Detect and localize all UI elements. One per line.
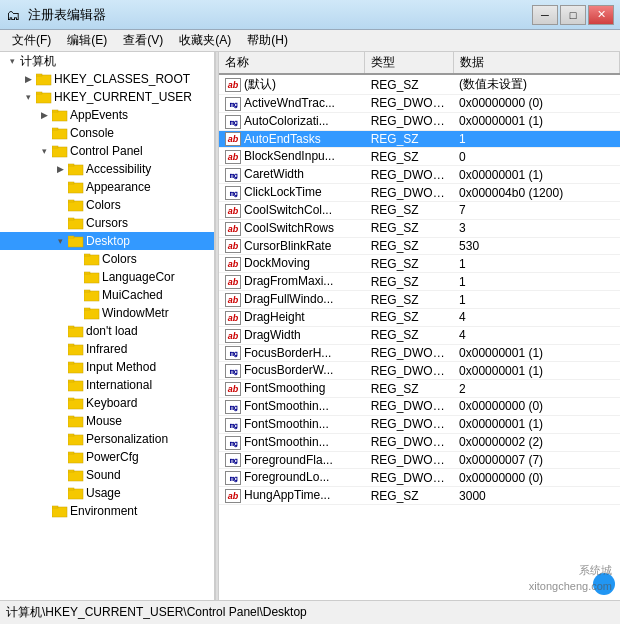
tree-node-content-keyboard[interactable]: Keyboard <box>0 394 214 412</box>
table-row[interactable]: ab(默认)REG_SZ(数值未设置) <box>219 74 620 95</box>
cell-name: abDragHeight <box>219 308 365 326</box>
cell-data: 0x00000001 (1) <box>453 415 619 433</box>
tree-node-content-appearance[interactable]: Appearance <box>0 178 214 196</box>
tree-expander-desktop[interactable]: ▾ <box>52 233 68 249</box>
tree-expander-hkey_current_user[interactable]: ▾ <box>20 89 36 105</box>
tree-expander-international <box>52 377 68 393</box>
tree-expander-computer[interactable]: ▾ <box>4 53 20 69</box>
type-icon: ab <box>225 239 241 253</box>
cell-data: 0x00000001 (1) <box>453 362 619 380</box>
svg-rect-35 <box>68 380 74 382</box>
cell-name-text: FontSmoothing <box>244 381 325 395</box>
table-row[interactable]: abDragHeightREG_SZ4 <box>219 308 620 326</box>
tree-node-content-windowmetr[interactable]: WindowMetr <box>0 304 214 322</box>
minimize-button[interactable]: ─ <box>532 5 558 25</box>
tree-scroll-area[interactable]: ▾计算机▶HKEY_CLASSES_ROOT▾HKEY_CURRENT_USER… <box>0 52 214 600</box>
tree-expander-inputmethod <box>52 359 68 375</box>
tree-node-content-inputmethod[interactable]: Input Method <box>0 358 214 376</box>
table-row[interactable]: abDragWidthREG_SZ4 <box>219 326 620 344</box>
tree-node-content-cursors[interactable]: Cursors <box>0 214 214 232</box>
table-row[interactable]: ㎎FontSmoothin...REG_DWORD0x00000002 (2) <box>219 433 620 451</box>
table-row[interactable]: abAutoEndTasksREG_SZ1 <box>219 130 620 148</box>
table-row[interactable]: ㎎CaretWidthREG_DWORD0x00000001 (1) <box>219 166 620 184</box>
table-row[interactable]: ㎎ForegroundFla...REG_DWORD0x00000007 (7) <box>219 451 620 469</box>
tree-expander-mouse <box>52 413 68 429</box>
table-row[interactable]: abCoolSwitchCol...REG_SZ7 <box>219 201 620 219</box>
folder-icon-hkey_classes_root <box>36 72 52 86</box>
svg-rect-25 <box>84 290 90 292</box>
tree-label-inputmethod: Input Method <box>86 360 156 374</box>
svg-rect-9 <box>52 146 58 148</box>
table-row[interactable]: ㎎ForegroundLo...REG_DWORD0x00000000 (0) <box>219 469 620 487</box>
table-row[interactable]: abBlockSendInpu...REG_SZ0 <box>219 148 620 166</box>
tree-expander-infrared <box>52 341 68 357</box>
tree-node-content-computer[interactable]: ▾计算机 <box>0 52 214 70</box>
tree-expander-appevents[interactable]: ▶ <box>36 107 52 123</box>
tree-node-content-environment[interactable]: Environment <box>0 502 214 520</box>
tree-expander-controlpanel[interactable]: ▾ <box>36 143 52 159</box>
col-header-type[interactable]: 类型 <box>365 52 453 74</box>
table-row[interactable]: ㎎FocusBorderH...REG_DWORD0x00000001 (1) <box>219 344 620 362</box>
table-row[interactable]: abFontSmoothingREG_SZ2 <box>219 380 620 398</box>
table-row[interactable]: ㎎ClickLockTimeREG_DWORD0x000004b0 (1200) <box>219 184 620 202</box>
table-row[interactable]: ㎎AutoColorizati...REG_DWORD0x00000001 (1… <box>219 112 620 130</box>
tree-node-content-colors[interactable]: Colors <box>0 196 214 214</box>
tree-node-content-desktop[interactable]: ▾Desktop <box>0 232 214 250</box>
col-header-name[interactable]: 名称 <box>219 52 365 74</box>
table-row[interactable]: abCoolSwitchRowsREG_SZ3 <box>219 219 620 237</box>
table-row[interactable]: ㎎FontSmoothin...REG_DWORD0x00000001 (1) <box>219 415 620 433</box>
type-icon: ㎎ <box>225 186 241 200</box>
cell-name-text: CursorBlinkRate <box>244 239 331 253</box>
tree-node-content-languagecor[interactable]: LanguageCor <box>0 268 214 286</box>
cell-name-text: ForegroundFla... <box>244 453 333 467</box>
svg-rect-44 <box>68 471 83 481</box>
menu-item-f[interactable]: 文件(F) <box>4 30 59 51</box>
table-row[interactable]: abHungAppTime...REG_SZ3000 <box>219 487 620 505</box>
close-button[interactable]: ✕ <box>588 5 614 25</box>
tree-node-content-mouse[interactable]: Mouse <box>0 412 214 430</box>
table-row[interactable]: abDockMovingREG_SZ1 <box>219 255 620 273</box>
tree-node-content-desktop_colors[interactable]: Colors <box>0 250 214 268</box>
tree-node-content-powercfg[interactable]: PowerCfg <box>0 448 214 466</box>
tree-expander-accessibility[interactable]: ▶ <box>52 161 68 177</box>
table-row[interactable]: ㎎FocusBorderW...REG_DWORD0x00000001 (1) <box>219 362 620 380</box>
tree-node-content-controlpanel[interactable]: ▾Control Panel <box>0 142 214 160</box>
tree-node-content-muicached[interactable]: MuiCached <box>0 286 214 304</box>
cell-type: REG_DWORD <box>365 166 453 184</box>
table-row[interactable]: abCursorBlinkRateREG_SZ530 <box>219 237 620 255</box>
tree-node-content-console[interactable]: Console <box>0 124 214 142</box>
table-row[interactable]: abDragFromMaxi...REG_SZ1 <box>219 273 620 291</box>
col-header-data[interactable]: 数据 <box>453 52 619 74</box>
cell-data: 3 <box>453 219 619 237</box>
tree-node-content-hkey_classes_root[interactable]: ▶HKEY_CLASSES_ROOT <box>0 70 214 88</box>
tree-node-content-personalization[interactable]: Personalization <box>0 430 214 448</box>
cell-name: ㎎ForegroundFla... <box>219 451 365 469</box>
folder-icon-desktop <box>68 234 84 248</box>
svg-rect-11 <box>68 164 74 166</box>
tree-node-content-accessibility[interactable]: ▶Accessibility <box>0 160 214 178</box>
tree-node-content-sound[interactable]: Sound <box>0 466 214 484</box>
tree-node-content-hkey_current_user[interactable]: ▾HKEY_CURRENT_USER <box>0 88 214 106</box>
table-row[interactable]: abDragFullWindo...REG_SZ1 <box>219 291 620 309</box>
menu-item-e[interactable]: 编辑(E) <box>59 30 115 51</box>
menu-item-v[interactable]: 查看(V) <box>115 30 171 51</box>
tree-node-content-international[interactable]: International <box>0 376 214 394</box>
tree-node-content-usage[interactable]: Usage <box>0 484 214 502</box>
tree-node-content-infrared[interactable]: Infrared <box>0 340 214 358</box>
maximize-button[interactable]: □ <box>560 5 586 25</box>
menu-item-h[interactable]: 帮助(H) <box>239 30 296 51</box>
tree-node-content-dontload[interactable]: don't load <box>0 322 214 340</box>
tree-node-international: International <box>0 376 214 394</box>
cell-type: REG_DWORD <box>365 433 453 451</box>
table-row[interactable]: ㎎FontSmoothin...REG_DWORD0x00000000 (0) <box>219 398 620 416</box>
table-row[interactable]: ㎎ActiveWndTrac...REG_DWORD0x00000000 (0) <box>219 95 620 113</box>
table-header-row: 名称 类型 数据 <box>219 52 620 74</box>
cell-name: ㎎ActiveWndTrac... <box>219 95 365 113</box>
cell-data: 3000 <box>453 487 619 505</box>
tree-node-content-appevents[interactable]: ▶AppEvents <box>0 106 214 124</box>
tree-expander-hkey_classes_root[interactable]: ▶ <box>20 71 36 87</box>
cell-name: ㎎AutoColorizati... <box>219 112 365 130</box>
cell-type: REG_SZ <box>365 291 453 309</box>
menu-item-a[interactable]: 收藏夹(A) <box>171 30 239 51</box>
cell-name-text: FocusBorderH... <box>244 346 331 360</box>
